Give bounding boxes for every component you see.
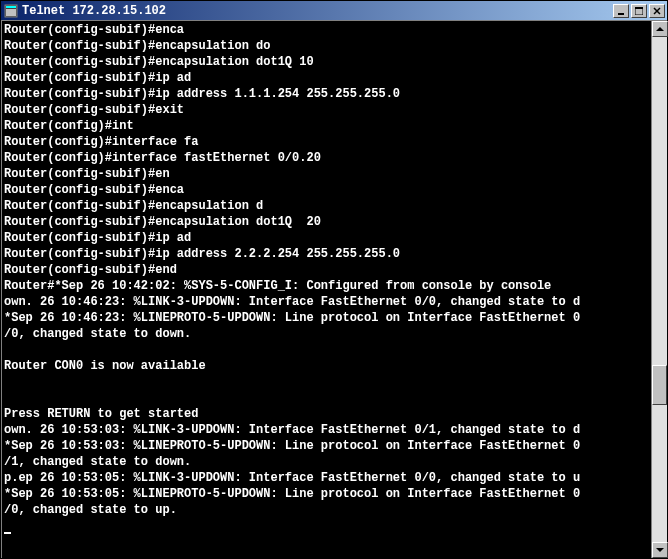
terminal-line: Router(config-subif)#end — [4, 262, 649, 278]
terminal-line: Router(config-subif)#ip address 2.2.2.25… — [4, 246, 649, 262]
app-icon — [3, 3, 19, 19]
terminal-line: Router#*Sep 26 10:42:02: %SYS-5-CONFIG_I… — [4, 278, 649, 294]
svg-rect-5 — [635, 7, 643, 9]
scroll-up-button[interactable] — [652, 21, 668, 37]
svg-rect-1 — [6, 6, 16, 8]
svg-marker-9 — [656, 548, 664, 552]
terminal-line — [4, 374, 649, 390]
terminal-line: /0, changed state to down. — [4, 326, 649, 342]
maximize-button[interactable] — [631, 4, 647, 18]
terminal-line — [4, 342, 649, 358]
terminal-line: Router(config-subif)#exit — [4, 102, 649, 118]
terminal-container: Router(config-subif)#encaRouter(config-s… — [1, 20, 667, 558]
window-title: Telnet 172.28.15.102 — [22, 4, 611, 18]
scroll-down-button[interactable] — [652, 542, 668, 558]
terminal-line: Router(config-subif)#encapsulation dot1Q… — [4, 54, 649, 70]
svg-marker-8 — [656, 27, 664, 31]
terminal-line: Router(config-subif)#encapsulation d — [4, 198, 649, 214]
terminal-line: Router(config)#int — [4, 118, 649, 134]
terminal-line: Router(config-subif)#encapsulation dot1Q… — [4, 214, 649, 230]
terminal-line: /1, changed state to down. — [4, 454, 649, 470]
svg-rect-2 — [6, 9, 16, 16]
telnet-window: Telnet 172.28.15.102 Router(config-subif… — [0, 0, 668, 559]
terminal-output[interactable]: Router(config-subif)#encaRouter(config-s… — [2, 21, 651, 558]
close-button[interactable] — [649, 4, 665, 18]
terminal-line: /0, changed state to up. — [4, 502, 649, 518]
terminal-line: Router(config-subif)#enca — [4, 182, 649, 198]
terminal-line: Router(config-subif)#ip address 1.1.1.25… — [4, 86, 649, 102]
cursor — [4, 532, 11, 534]
terminal-line: Router(config)#interface fastEthernet 0/… — [4, 150, 649, 166]
cursor-line — [4, 518, 649, 534]
vertical-scrollbar[interactable] — [651, 21, 667, 558]
terminal-line: *Sep 26 10:46:23: %LINEPROTO-5-UPDOWN: L… — [4, 310, 649, 326]
terminal-line: *Sep 26 10:53:03: %LINEPROTO-5-UPDOWN: L… — [4, 438, 649, 454]
scroll-thumb[interactable] — [652, 365, 667, 405]
terminal-line: *Sep 26 10:53:05: %LINEPROTO-5-UPDOWN: L… — [4, 486, 649, 502]
svg-rect-3 — [618, 13, 624, 15]
terminal-line: Router(config-subif)#en — [4, 166, 649, 182]
terminal-line: Router(config-subif)#ip ad — [4, 230, 649, 246]
terminal-line: Router(config)#interface fa — [4, 134, 649, 150]
terminal-line: Router(config-subif)#ip ad — [4, 70, 649, 86]
terminal-line: Router CON0 is now available — [4, 358, 649, 374]
terminal-line: Router(config-subif)#enca — [4, 22, 649, 38]
scroll-track[interactable] — [652, 37, 667, 542]
terminal-line: Press RETURN to get started — [4, 406, 649, 422]
terminal-line: Router(config-subif)#encapsulation do — [4, 38, 649, 54]
terminal-line: own. 26 10:53:03: %LINK-3-UPDOWN: Interf… — [4, 422, 649, 438]
window-controls — [611, 4, 665, 18]
terminal-line: own. 26 10:46:23: %LINK-3-UPDOWN: Interf… — [4, 294, 649, 310]
terminal-line — [4, 390, 649, 406]
terminal-line: p.ep 26 10:53:05: %LINK-3-UPDOWN: Interf… — [4, 470, 649, 486]
titlebar: Telnet 172.28.15.102 — [1, 1, 667, 20]
minimize-button[interactable] — [613, 4, 629, 18]
